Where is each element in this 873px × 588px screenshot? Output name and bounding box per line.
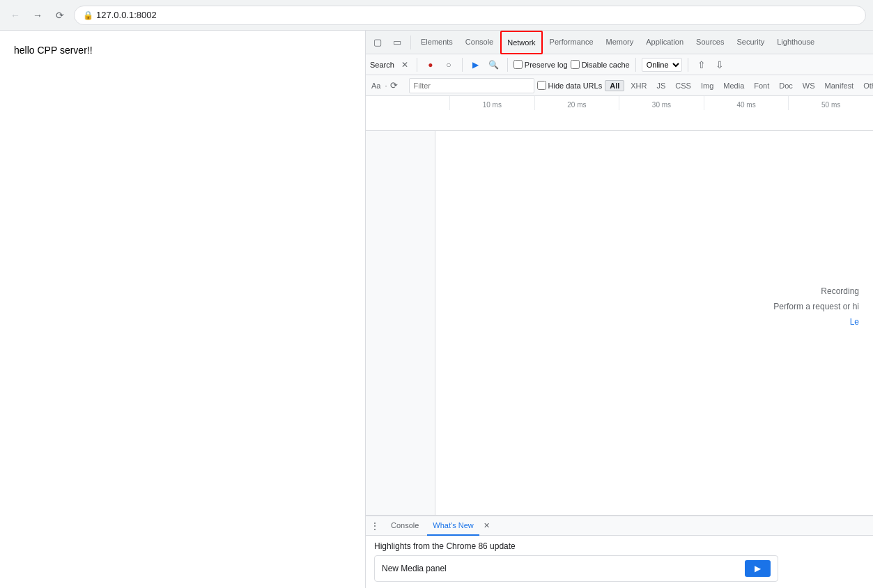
tab-elements[interactable]: Elements bbox=[415, 31, 458, 54]
tab-memory[interactable]: Memory bbox=[601, 31, 640, 54]
recording-line1: Recording bbox=[773, 284, 859, 300]
tab-application[interactable]: Application bbox=[640, 31, 689, 54]
tab-sources[interactable]: Sources bbox=[690, 31, 729, 54]
export-button[interactable]: ⇩ bbox=[712, 57, 727, 72]
filter-input-wrapper bbox=[409, 78, 534, 93]
timeline-mark-30ms: 30 ms bbox=[619, 96, 704, 110]
timeline-mark-10ms: 10 ms bbox=[449, 96, 534, 110]
media-panel-box: New Media panel ▶ bbox=[374, 555, 778, 582]
search-close-button[interactable]: ✕ bbox=[399, 59, 411, 71]
inspect-element-button[interactable]: ▢ bbox=[369, 33, 387, 52]
drawer-tab-console[interactable]: Console bbox=[385, 516, 424, 536]
network-main: Recording Perform a request or hi Le bbox=[366, 131, 873, 515]
nt-separator-5 bbox=[688, 58, 688, 72]
tab-security[interactable]: Security bbox=[731, 31, 770, 54]
address-bar[interactable]: 🔒 127.0.0.1:8002 bbox=[74, 6, 866, 25]
timeline-mark-40ms: 40 ms bbox=[704, 96, 789, 110]
clear-button[interactable]: ○ bbox=[441, 57, 456, 72]
page-content: hello CPP server!! bbox=[0, 31, 365, 588]
learn-more-link[interactable]: Le bbox=[850, 317, 859, 327]
nt-separator-3 bbox=[507, 58, 508, 72]
drawer-tabs: ⋮ Console What's New ✕ bbox=[366, 516, 873, 536]
filter-img-button[interactable]: Img bbox=[697, 81, 717, 91]
devtools-panel: ▢ ▭ Elements Console Network Performance… bbox=[365, 31, 873, 588]
preserve-log-label[interactable]: Preserve log bbox=[513, 60, 568, 69]
import-button[interactable]: ⇧ bbox=[694, 57, 709, 72]
back-button[interactable]: ← bbox=[7, 7, 24, 24]
recording-line2: Perform a request or hi bbox=[773, 300, 859, 315]
preserve-log-checkbox[interactable] bbox=[513, 60, 523, 69]
bottom-drawer: ⋮ Console What's New ✕ Highlights from t… bbox=[366, 515, 873, 588]
filter-css-button[interactable]: CSS bbox=[672, 81, 695, 91]
timeline-marks: 10 ms 20 ms 30 ms 40 ms 50 ms bbox=[366, 96, 873, 110]
tab-lighthouse[interactable]: Lighthouse bbox=[771, 31, 820, 54]
whats-new-close-button[interactable]: ✕ bbox=[484, 521, 490, 530]
filter-media-button[interactable]: Media bbox=[720, 81, 748, 91]
throttle-select[interactable]: Online bbox=[642, 58, 682, 72]
drawer-menu-button[interactable]: ⋮ bbox=[370, 520, 380, 532]
filter-all-button[interactable]: All bbox=[605, 80, 624, 91]
devtools-top-toolbar: ▢ ▭ Elements Console Network Performance… bbox=[366, 31, 873, 54]
highlights-text: Highlights from the Chrome 86 update bbox=[374, 541, 865, 551]
filter-button[interactable]: ▶ bbox=[468, 57, 484, 72]
record-button[interactable]: ● bbox=[423, 57, 438, 72]
nt-separator-4 bbox=[635, 58, 636, 72]
browser-toolbar: ← → ⟳ 🔒 127.0.0.1:8002 bbox=[0, 0, 873, 31]
filter-manifest-button[interactable]: Manifest bbox=[821, 81, 858, 91]
filter-refresh-button[interactable]: ⟳ bbox=[390, 80, 398, 91]
filter-ws-button[interactable]: WS bbox=[799, 81, 819, 91]
device-toggle-button[interactable]: ▭ bbox=[388, 33, 406, 52]
lock-icon: 🔒 bbox=[83, 10, 93, 20]
drawer-content: Highlights from the Chrome 86 update New… bbox=[366, 536, 873, 588]
hide-data-urls-label[interactable]: Hide data URLs bbox=[537, 81, 603, 90]
filter-options-button[interactable]: · bbox=[385, 82, 387, 90]
disable-cache-checkbox[interactable] bbox=[571, 60, 580, 69]
reload-button[interactable]: ⟳ bbox=[52, 7, 68, 24]
search-label: Search bbox=[370, 61, 394, 69]
nt-separator-1 bbox=[417, 58, 417, 72]
filter-input[interactable] bbox=[414, 82, 511, 90]
toolbar-separator bbox=[410, 36, 411, 49]
timeline-mark-20ms: 20 ms bbox=[534, 96, 619, 110]
hide-data-urls-checkbox[interactable] bbox=[537, 81, 546, 90]
filter-js-button[interactable]: JS bbox=[653, 81, 669, 91]
filter-bar: Aa · ⟳ Hide data URLs All XHR JS CSS Img… bbox=[366, 75, 873, 96]
forward-button[interactable]: → bbox=[29, 7, 46, 24]
tab-network[interactable]: Network bbox=[500, 31, 542, 54]
recording-message: Recording Perform a request or hi Le bbox=[773, 284, 859, 330]
filter-other-button[interactable]: Other bbox=[860, 81, 873, 91]
media-panel-label: New Media panel bbox=[382, 564, 447, 573]
url-text: 127.0.0.1:8002 bbox=[96, 10, 157, 20]
tab-performance[interactable]: Performance bbox=[544, 31, 599, 54]
nt-separator-2 bbox=[462, 58, 463, 72]
disable-cache-label[interactable]: Disable cache bbox=[571, 60, 630, 69]
whats-new-action-button[interactable]: ▶ bbox=[745, 560, 771, 577]
drawer-tab-whats-new[interactable]: What's New bbox=[427, 516, 479, 536]
filter-xhr-button[interactable]: XHR bbox=[627, 81, 650, 91]
filter-font-button[interactable]: Font bbox=[750, 81, 773, 91]
font-size-button[interactable]: Aa bbox=[370, 80, 382, 91]
page-text: hello CPP server!! bbox=[14, 45, 93, 56]
search-network-button[interactable]: 🔍 bbox=[486, 57, 502, 72]
network-left-panel bbox=[366, 131, 435, 515]
network-toolbar: Search ✕ ● ○ ▶ 🔍 Preserve log Disable ca… bbox=[366, 54, 873, 75]
filter-doc-button[interactable]: Doc bbox=[775, 81, 796, 91]
timeline-mark-50ms: 50 ms bbox=[788, 96, 873, 110]
timeline-area: 10 ms 20 ms 30 ms 40 ms 50 ms bbox=[366, 96, 873, 131]
tab-console[interactable]: Console bbox=[460, 31, 499, 54]
